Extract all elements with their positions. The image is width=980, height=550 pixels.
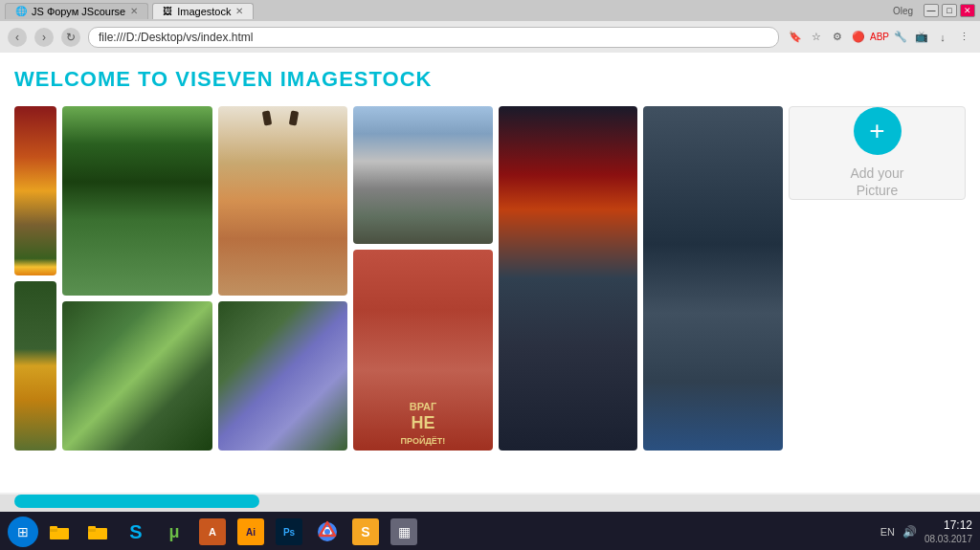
title-prefix: WELCOME TO VISEVEN xyxy=(14,67,280,91)
image-grid: ВРАГНЕПРОЙДЁТ! + Add yourPicture xyxy=(14,106,966,451)
col-4: ВРАГНЕПРОЙДЁТ! xyxy=(353,106,493,451)
image-forest-tall[interactable] xyxy=(62,106,212,296)
forward-button[interactable]: › xyxy=(34,28,54,47)
taskbar-icon-sandboxie[interactable]: S xyxy=(348,515,383,549)
close-button[interactable]: ✕ xyxy=(960,4,975,17)
window-controls: Oleg — □ ✕ xyxy=(893,4,975,17)
extension-icon[interactable]: 🔴 xyxy=(850,29,867,46)
download-icon[interactable]: ↓ xyxy=(934,29,951,46)
taskbar-icon-photoshop[interactable]: Ps xyxy=(272,515,306,549)
reload-button[interactable]: ↻ xyxy=(61,28,80,47)
taskbar-icon-autodesk[interactable]: A xyxy=(195,515,230,549)
toolbar-icons: 🔖 ☆ ⚙ 🔴 ABP 🔧 📺 ↓ ⋮ xyxy=(787,29,972,46)
start-button[interactable]: ⊞ xyxy=(8,517,38,547)
taskbar-icon-file-manager-2[interactable] xyxy=(80,515,115,549)
add-icon: + xyxy=(869,116,884,146)
extension-icon-3[interactable]: 🔧 xyxy=(892,29,909,46)
taskbar-date: 08.03.2017 xyxy=(924,533,972,545)
user-label: Oleg xyxy=(893,6,913,16)
taskbar-icon-illustrator[interactable]: Ai xyxy=(234,515,268,549)
taskbar-icon-other[interactable]: ▦ xyxy=(387,515,421,549)
taskbar-lang: EN xyxy=(880,526,895,538)
title-bar: 🌐 JS Форум JScourse ✕ 🖼 Imagestock ✕ Ole… xyxy=(0,0,980,21)
col-add: + Add yourPicture xyxy=(789,106,966,451)
col-1 xyxy=(14,106,56,451)
image-lake-day[interactable] xyxy=(643,106,783,451)
tab-jscourse[interactable]: 🌐 JS Форум JScourse ✕ xyxy=(5,3,148,19)
cartoon-overlay: ВРАГНЕПРОЙДЁТ! xyxy=(353,250,493,451)
tab-jscourse-label: JS Форум JScourse xyxy=(32,6,125,17)
cast-icon[interactable]: 📺 xyxy=(913,29,930,46)
col-3 xyxy=(218,106,347,451)
scrollbar-thumb[interactable] xyxy=(14,495,259,508)
title-highlight: IMAGESTOCK xyxy=(280,67,433,91)
taskbar-icon-skype[interactable]: S xyxy=(119,515,153,549)
settings-icon[interactable]: ⚙ xyxy=(829,29,846,46)
image-forest-path[interactable] xyxy=(62,301,212,451)
minimize-button[interactable]: — xyxy=(924,4,939,17)
maximize-button[interactable]: □ xyxy=(942,4,957,17)
add-picture-circle: + xyxy=(854,107,902,155)
col-2 xyxy=(62,106,212,451)
address-input[interactable] xyxy=(88,27,779,48)
page-title: WELCOME TO VISEVEN IMAGESTOCK xyxy=(14,67,966,92)
image-sunset[interactable] xyxy=(14,106,56,275)
cartoon-text: ВРАГНЕПРОЙДЁТ! xyxy=(401,401,446,447)
tab-imagestock-label: Imagestock xyxy=(177,6,231,17)
tab-imagestock-close[interactable]: ✕ xyxy=(235,6,243,16)
add-picture-label: Add yourPicture xyxy=(850,165,903,199)
image-lake-dark[interactable] xyxy=(499,106,638,451)
image-sunflower[interactable] xyxy=(14,281,56,451)
scrollbar-container[interactable] xyxy=(0,495,980,512)
col-5 xyxy=(499,106,638,451)
taskbar-clock: 17:12 xyxy=(924,518,972,534)
speaker-icon: 🔊 xyxy=(902,525,917,539)
page-content: WELCOME TO VISEVEN IMAGESTOCK xyxy=(0,53,980,493)
taskbar-right: EN 🔊 17:12 08.03.2017 xyxy=(880,518,972,546)
svg-rect-2 xyxy=(50,526,57,529)
taskbar-icon-chrome[interactable] xyxy=(310,515,345,549)
tab-imagestock[interactable]: 🖼 Imagestock ✕ xyxy=(152,3,254,19)
taskbar-icon-file-manager[interactable] xyxy=(42,515,77,549)
svg-rect-5 xyxy=(88,526,96,529)
taskbar-icon-torrent[interactable]: μ xyxy=(157,515,191,549)
image-cartoon[interactable]: ВРАГНЕПРОЙДЁТ! xyxy=(353,250,493,451)
address-bar: ‹ › ↻ 🔖 ☆ ⚙ 🔴 ABP 🔧 📺 ↓ ⋮ xyxy=(0,21,980,53)
taskbar-system-icons: 🔊 xyxy=(902,525,917,539)
extension-icon-2[interactable]: ABP xyxy=(871,29,888,46)
image-bluebells[interactable] xyxy=(218,301,347,451)
taskbar: ⊞ S μ A Ai Ps S ▦ EN 🔊 17:12 xyxy=(0,512,980,550)
add-picture-box[interactable]: + Add yourPicture xyxy=(789,106,966,200)
star-icon[interactable]: ☆ xyxy=(808,29,825,46)
tab-jscourse-close[interactable]: ✕ xyxy=(130,6,138,16)
image-cat[interactable] xyxy=(218,106,347,296)
back-button[interactable]: ‹ xyxy=(8,28,27,47)
menu-icon[interactable]: ⋮ xyxy=(955,29,972,46)
image-mountain[interactable] xyxy=(353,106,493,244)
col-6 xyxy=(643,106,783,451)
bookmark-icon[interactable]: 🔖 xyxy=(787,29,804,46)
taskbar-time: 17:12 08.03.2017 xyxy=(924,518,972,546)
svg-point-8 xyxy=(324,529,330,535)
browser-chrome: 🌐 JS Форум JScourse ✕ 🖼 Imagestock ✕ Ole… xyxy=(0,0,980,53)
